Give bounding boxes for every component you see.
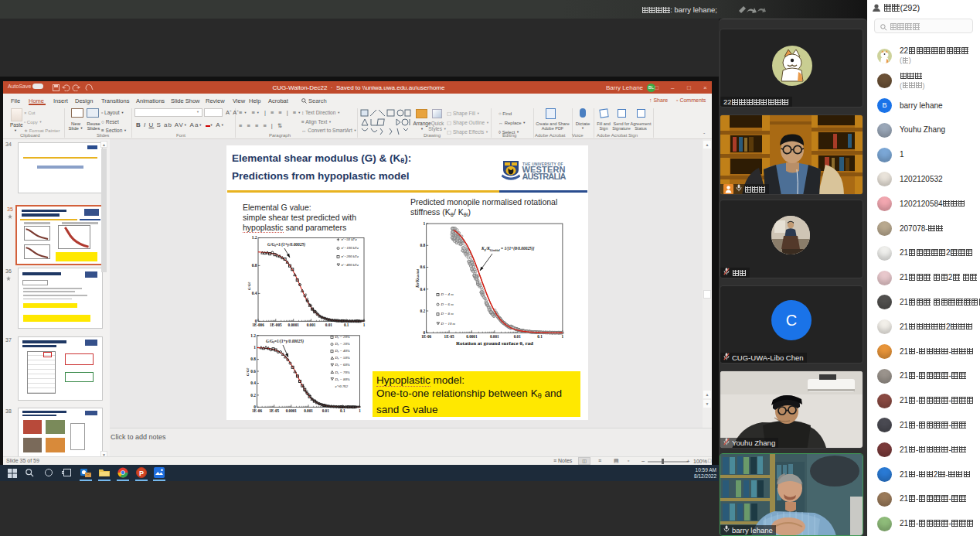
svg-text:Rotation at ground surface θ,: Rotation at ground surface θ, rad xyxy=(456,340,533,347)
svg-text:0.1: 0.1 xyxy=(537,334,543,339)
svg-text:σ′=400 kPa: σ′=400 kPa xyxy=(342,263,359,267)
svg-text:1: 1 xyxy=(254,345,256,350)
svg-text:0.2: 0.2 xyxy=(250,393,256,398)
svg-text:0.8: 0.8 xyxy=(250,357,256,361)
svg-text:AUSTRALIA: AUSTRALIA xyxy=(522,172,567,181)
svg-text:0.001: 0.001 xyxy=(307,323,316,327)
svg-text:0.01: 0.01 xyxy=(325,323,332,327)
svg-text:D = 10 m: D = 10 m xyxy=(441,322,456,326)
svg-text:0.8: 0.8 xyxy=(420,243,425,248)
svg-text:0.001: 0.001 xyxy=(490,334,499,339)
svg-text:σ′=100 kPa: σ′=100 kPa xyxy=(342,246,359,250)
svg-text:1: 1 xyxy=(562,334,564,339)
svg-text:D = 6 m: D = 6 m xyxy=(441,302,454,306)
svg-text:0.4: 0.4 xyxy=(252,291,257,295)
svg-text:G/G0=1/(1+γ/0.00025): G/G0=1/(1+γ/0.00025) xyxy=(267,242,305,248)
svg-text:0.6: 0.6 xyxy=(250,369,256,374)
svg-text:1E-06: 1E-06 xyxy=(252,408,262,413)
svg-text:1: 1 xyxy=(363,323,366,327)
svg-text:P: P xyxy=(139,469,144,477)
svg-text:0.01: 0.01 xyxy=(322,408,329,413)
svg-text:σ′=200 kPa: σ′=200 kPa xyxy=(342,254,359,258)
svg-text:1E-05: 1E-05 xyxy=(444,334,454,339)
svg-text:1E-05: 1E-05 xyxy=(269,408,279,413)
svg-text:1.2: 1.2 xyxy=(252,235,257,240)
svg-text:e′≈0.762: e′≈0.762 xyxy=(335,384,349,388)
svg-text:0.2: 0.2 xyxy=(420,309,425,313)
svg-text:0.4: 0.4 xyxy=(420,287,425,292)
svg-text:1E-06: 1E-06 xyxy=(421,334,431,339)
svg-text:D = 4 m: D = 4 m xyxy=(441,292,454,296)
svg-text:0.0001: 0.0001 xyxy=(288,323,300,327)
svg-text:0.0001: 0.0001 xyxy=(286,408,298,413)
svg-text:G/G0=1/(1+γ/0.00025): G/G0=1/(1+γ/0.00025) xyxy=(266,339,304,344)
svg-text:1E-005: 1E-005 xyxy=(270,323,282,327)
svg-text:0.01: 0.01 xyxy=(514,334,521,339)
svg-text:G/G0: G/G0 xyxy=(247,282,251,291)
svg-text:G/G0: G/G0 xyxy=(246,368,250,377)
svg-text:0.001: 0.001 xyxy=(304,408,313,413)
svg-text:σ′=50 kPa: σ′=50 kPa xyxy=(342,237,358,241)
svg-text:0.1: 0.1 xyxy=(344,323,349,327)
svg-text:1E-006: 1E-006 xyxy=(252,323,264,327)
svg-text:1: 1 xyxy=(423,221,425,226)
svg-text:1.2: 1.2 xyxy=(250,333,256,338)
svg-text:0.8: 0.8 xyxy=(252,263,257,268)
svg-text:0.1: 0.1 xyxy=(340,408,345,413)
svg-text:0.0001: 0.0001 xyxy=(466,334,478,339)
svg-text:Kθ/Kθ,initial: Kθ/Kθ,initial xyxy=(415,268,420,288)
svg-text:0.4: 0.4 xyxy=(250,381,256,385)
svg-text:1: 1 xyxy=(359,408,361,413)
svg-text:0.6: 0.6 xyxy=(420,265,425,269)
svg-text:D = 8 m: D = 8 m xyxy=(441,312,454,316)
